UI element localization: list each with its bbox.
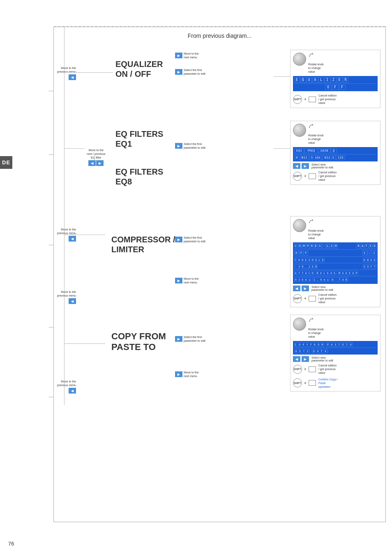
copy-select-prev-button[interactable]: ◄ bbox=[293, 356, 300, 362]
eq-h-connector bbox=[64, 72, 113, 73]
eqfilter-right-panel: Rotate knobto changevalue EQ1 FREQ GAIN … bbox=[290, 121, 380, 185]
de-label: DE bbox=[2, 159, 10, 166]
copy-select-first-button[interactable]: ► bbox=[175, 336, 182, 342]
eqfilters-eq8-title: EQ FILTERS EQ8 bbox=[115, 167, 163, 187]
eq-next-top: ► Move to thenext menu bbox=[175, 52, 199, 59]
eq-lcd: E Q U A L I Z E R O F F bbox=[293, 76, 378, 91]
comp-title: COMPRESSOR / LIMITER bbox=[111, 235, 175, 254]
eq-select-first: ► Select the firstparameter to edit bbox=[175, 68, 205, 76]
eq-square-button[interactable] bbox=[309, 97, 316, 102]
eqfilter-lcd: EQ1 FREQ GAIN Q H B12 5-16k 012-3 125 bbox=[293, 147, 378, 161]
eqfilter-select-first-button[interactable]: ► bbox=[175, 143, 182, 149]
copy-right-panel: Rotate knobto changevalue C O P Y F R O … bbox=[290, 315, 380, 391]
eqfilter-right-connector bbox=[274, 148, 290, 149]
eq-prev-section: Move to theprevious menu ◄ bbox=[57, 66, 76, 80]
comp-select-first: ► Select the firstparameter to edit bbox=[175, 236, 205, 243]
comp-prev-below-button[interactable]: ◄ bbox=[69, 298, 76, 304]
eq-right-panel: Rotate knobto changevalue E Q U A L I Z … bbox=[290, 50, 380, 108]
eq-knob[interactable] bbox=[293, 53, 306, 66]
comp-select-prev-button[interactable]: ◄ bbox=[293, 286, 300, 291]
comp-select-first-button[interactable]: ► bbox=[175, 237, 182, 242]
eqfilter-select-next-button[interactable]: ► bbox=[302, 163, 309, 169]
comp-rotate-icon bbox=[308, 219, 316, 227]
eq-shift-button[interactable]: SHFT bbox=[293, 95, 302, 104]
eqfilter-rotate-icon bbox=[308, 124, 316, 132]
comp-right-panel: Rotate knobto changevalue C O M P R E S … bbox=[290, 216, 380, 307]
eq-prev-button[interactable]: ◄ bbox=[69, 74, 76, 80]
comp-cancel-section: SHFT + Cancel edition/ get previousvalue bbox=[293, 293, 378, 304]
eq-rotate-label: Rotate knobto changevalue bbox=[308, 62, 324, 74]
comp-square-button[interactable] bbox=[309, 296, 316, 302]
tick-2 bbox=[49, 154, 54, 155]
comp-shift-button[interactable]: SHFT bbox=[293, 294, 302, 303]
copy-confirm-square-button[interactable] bbox=[309, 380, 316, 386]
eqfilters-title: EQ FILTERS EQ1 bbox=[115, 129, 163, 149]
comp-next-button[interactable]: ► bbox=[175, 278, 182, 283]
page-container: DE 76 From previous diagram... Move to t… bbox=[0, 0, 392, 555]
copy-h-connector bbox=[64, 343, 105, 344]
eqfilter-h-connector bbox=[64, 148, 85, 149]
eq-filter-next-button[interactable]: ► bbox=[96, 160, 104, 166]
copy-title: COPY FROM PASTE TO bbox=[111, 331, 166, 353]
eqfilter-select-new: ◄ ► Select newparameter to edit bbox=[293, 163, 378, 169]
diagram-box: From previous diagram... Move to theprev… bbox=[53, 27, 386, 522]
copy-confirm-shift-button[interactable]: SHFT bbox=[293, 378, 302, 387]
copy-select-next-button[interactable]: ► bbox=[302, 356, 309, 362]
eq-select-first-button[interactable]: ► bbox=[175, 69, 182, 75]
eqfilter-knob[interactable] bbox=[293, 124, 306, 137]
copy-next-button[interactable]: ► bbox=[175, 371, 182, 377]
eqfilter-select-first: ► Select the firstparameter to edit bbox=[175, 142, 205, 150]
copy-prev-section: Move to theprevious menu ◄ bbox=[57, 380, 76, 394]
comp-lcd: C O M P R E S · L I M R bbox=[293, 242, 378, 284]
eqfilter-square-button[interactable] bbox=[309, 173, 316, 179]
comp-select-next-button[interactable]: ► bbox=[302, 286, 309, 291]
eq-onoff-title: EQUALIZER ON / OFF bbox=[115, 59, 163, 79]
tick-1 bbox=[49, 91, 54, 91]
page-number: 76 bbox=[8, 541, 14, 547]
copy-select-first: ► Select the firstparameter to edit bbox=[175, 335, 205, 343]
eqfilter-select-prev-button[interactable]: ◄ bbox=[293, 163, 300, 169]
tick-5 bbox=[49, 397, 54, 397]
copy-rotate-icon bbox=[308, 318, 316, 326]
copy-cancel-section: SHFT + Cancel edition/ get previousvalue bbox=[293, 364, 378, 375]
eq-next-top-button[interactable]: ► bbox=[175, 53, 182, 58]
eq-cancel-section: SHFT + Cancel edition/ get previousvalue bbox=[293, 94, 378, 105]
eq-filter-nav: Move to thenext / previousEQ filter ◄ ► bbox=[87, 148, 106, 166]
copy-next-section: ► Move to thenext menu bbox=[175, 371, 199, 378]
tick-3 bbox=[49, 245, 54, 245]
comp-next-section: ► Move to thenext menu bbox=[175, 277, 199, 284]
comp-knob[interactable] bbox=[293, 219, 306, 232]
copy-confirm-section: SHFT + Confirm Copy /Pasteoperation bbox=[293, 378, 378, 389]
comp-select-new: ◄ ► Select newparameter to edit bbox=[293, 286, 378, 291]
comp-prev-below: Move to theprevious menu ◄ bbox=[57, 290, 76, 304]
copy-knob[interactable] bbox=[293, 318, 306, 331]
copy-select-new: ◄ ► Select newparameter to edit bbox=[293, 356, 378, 362]
eq-filter-prev-button[interactable]: ◄ bbox=[88, 160, 96, 166]
left-connector-line bbox=[64, 27, 65, 405]
comp-h-connector bbox=[64, 235, 105, 235]
de-tab: DE bbox=[0, 156, 12, 169]
eqfilter-shift-button[interactable]: SHFT bbox=[293, 172, 302, 181]
eq-right-connector bbox=[274, 76, 290, 77]
dashed-top bbox=[54, 26, 385, 27]
eqfilter-cancel-section: SHFT + Cancel edition/ get previousvalue bbox=[293, 170, 378, 182]
rotate-arrow-icon bbox=[308, 53, 316, 61]
copy-prev-button[interactable]: ◄ bbox=[69, 388, 76, 394]
copy-square-button[interactable] bbox=[309, 366, 316, 372]
copy-lcd: C O P Y F R O M P A S T E T O O U T 2 O … bbox=[293, 341, 378, 355]
tick-4 bbox=[49, 327, 54, 327]
from-previous: From previous diagram... bbox=[54, 32, 385, 39]
comp-prev-button[interactable]: ◄ bbox=[69, 236, 76, 242]
copy-shift-button[interactable]: SHFT bbox=[293, 365, 302, 374]
